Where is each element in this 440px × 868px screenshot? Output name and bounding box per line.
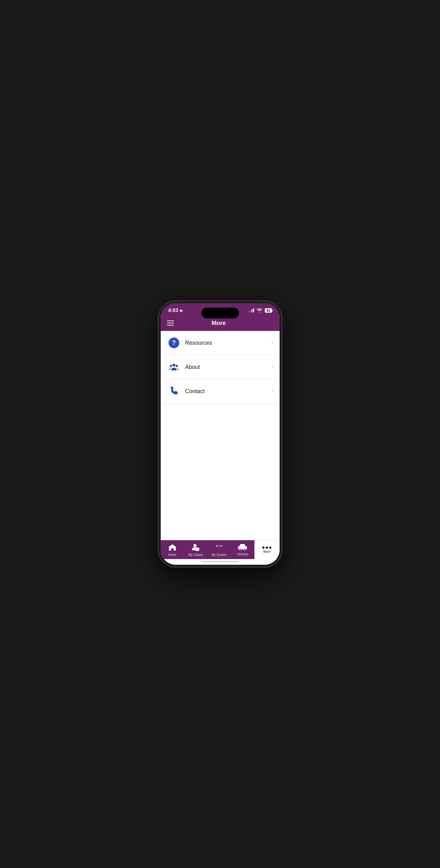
nav-tab-my-quotes[interactable]: " " My Quotes [208, 540, 231, 559]
nav-tab-bar: Home My Claims [161, 540, 255, 559]
vehicles-icon [238, 544, 247, 552]
contact-icon-wrap [167, 384, 181, 398]
signal-bars-icon [248, 309, 254, 312]
svg-point-3 [170, 365, 172, 367]
nav-tab-home[interactable]: Home [161, 540, 184, 559]
hamburger-line-2 [167, 323, 174, 323]
time-display: 4:03 [168, 308, 178, 313]
my-claims-tab-label: My Claims [188, 553, 203, 557]
svg-point-4 [176, 365, 178, 367]
status-right: 81 [248, 308, 272, 313]
nav-tab-vehicles[interactable]: Vehicles [231, 540, 255, 559]
my-quotes-icon: " " [215, 544, 224, 552]
vehicles-tab-label: Vehicles [237, 553, 248, 556]
svg-text:": " [215, 544, 219, 551]
my-quotes-tab-label: My Quotes [212, 553, 227, 557]
question-mark-icon: ? [168, 337, 180, 348]
contact-menu-item[interactable]: Contact › [161, 379, 280, 404]
resources-chevron-icon: › [271, 340, 273, 346]
svg-point-2 [172, 364, 175, 366]
contact-label: Contact [185, 388, 272, 395]
about-icon-wrap [167, 360, 181, 374]
resources-label: Resources [185, 340, 272, 346]
home-icon [168, 544, 176, 552]
group-icon [168, 362, 180, 373]
nav-tab-more[interactable]: More [255, 544, 280, 556]
home-bar [201, 561, 239, 562]
more-dots-icon [262, 547, 271, 549]
battery-badge: 81 [265, 308, 272, 313]
about-chevron-icon: › [271, 364, 273, 370]
menu-list: ? Resources › [161, 331, 280, 540]
contact-chevron-icon: › [271, 389, 273, 394]
nav-tab-my-claims[interactable]: My Claims [184, 540, 208, 559]
battery-level: 81 [266, 309, 270, 312]
about-menu-item[interactable]: About › [161, 355, 280, 379]
status-time: 4:03 ▶ [168, 308, 183, 313]
my-claims-icon [191, 544, 200, 552]
phone-frame: 4:03 ▶ 81 [159, 301, 282, 567]
location-arrow-icon: ▶ [180, 309, 183, 313]
bottom-navigation: Home My Claims [161, 540, 280, 559]
svg-point-5 [194, 544, 197, 547]
phone-icon [168, 385, 180, 397]
hamburger-menu-button[interactable] [167, 320, 174, 326]
home-indicator [161, 559, 280, 565]
svg-text:": " [219, 544, 223, 551]
resources-icon-wrap: ? [167, 336, 181, 350]
wifi-icon [257, 308, 262, 313]
page-title: More [174, 320, 264, 327]
hamburger-line-1 [167, 320, 174, 321]
home-tab-label: Home [168, 553, 176, 557]
screen: 4:03 ▶ 81 [161, 303, 280, 565]
dot-3 [269, 547, 271, 549]
svg-point-9 [239, 548, 241, 550]
resources-menu-item[interactable]: ? Resources › [161, 331, 280, 355]
dot-1 [262, 547, 264, 549]
svg-text:?: ? [172, 339, 176, 346]
svg-point-10 [244, 548, 246, 550]
dot-2 [266, 547, 268, 549]
more-tab-label: More [263, 550, 270, 553]
about-label: About [185, 364, 272, 371]
dynamic-island [201, 308, 239, 318]
hamburger-line-3 [167, 325, 174, 326]
